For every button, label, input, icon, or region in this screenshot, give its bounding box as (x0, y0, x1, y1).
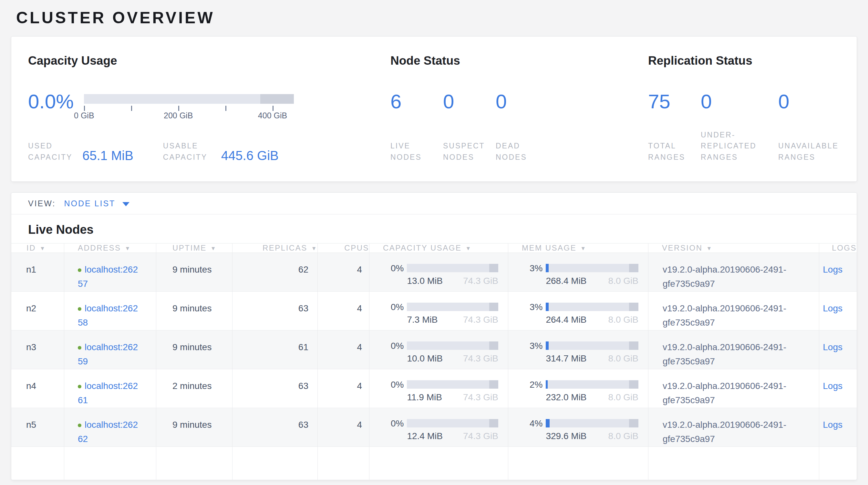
table-row-partial (11, 447, 857, 480)
empty-cell (156, 447, 232, 480)
node-cpus-cell: 4 (317, 292, 369, 330)
memory-total-value: 8.0 GiB (609, 393, 639, 402)
column-header-label: MEM USAGE (522, 244, 577, 253)
column-header-label: LOGS (832, 244, 857, 253)
live-nodes-title: Live Nodes (11, 215, 857, 243)
memory-total-value: 8.0 GiB (609, 431, 639, 441)
node-replicas-cell: 63 (232, 369, 317, 408)
node-table-header: ID▼ADDRESS▼UPTIME▼REPLICAS▼CPUSCAPACITY … (11, 243, 857, 253)
node-cpus-cell: 4 (317, 331, 369, 369)
sort-arrow-icon: ▼ (707, 246, 713, 252)
column-header-address[interactable]: ADDRESS▼ (64, 244, 156, 253)
capacity-total-value: 74.3 GiB (463, 354, 498, 364)
capacity-bar-track (407, 303, 498, 311)
node-replicas-cell: 63 (232, 292, 317, 330)
node-status-section: Node Status 6 LIVE NODES 0 SUSPECT NODES… (391, 54, 648, 163)
used-capacity-label: USED CAPACITY (28, 140, 76, 163)
column-header-label: ID (27, 244, 36, 253)
empty-cell (648, 447, 819, 480)
column-header-label: REPLICAS (262, 244, 307, 253)
view-selector[interactable]: NODE LIST (64, 199, 115, 208)
under-replicated-value: 0 (701, 91, 778, 112)
capacity-usage-cell: 0%10.0 MiB74.3 GiB (369, 331, 508, 369)
memory-total-value: 8.0 GiB (609, 354, 639, 364)
capacity-bar-tail (489, 380, 498, 389)
capacity-total-value: 74.3 GiB (463, 393, 498, 402)
replication-status-title: Replication Status (648, 54, 841, 67)
empty-cell (317, 447, 369, 480)
node-address-link[interactable]: localhost:26261 (78, 381, 138, 405)
node-logs-link[interactable]: Logs (823, 381, 842, 391)
memory-bar-track (546, 264, 639, 272)
node-logs-link[interactable]: Logs (823, 303, 842, 313)
column-header-version[interactable]: VERSION▼ (648, 244, 819, 253)
memory-usage-cell: 3%264.4 MiB8.0 GiB (508, 292, 648, 330)
node-address-cell: localhost:26261 (64, 369, 156, 408)
replication-status-section: Replication Status 75 TOTAL RANGES 0 UND… (648, 54, 841, 163)
memory-total-value: 8.0 GiB (609, 315, 639, 325)
empty-cell (819, 447, 857, 480)
under-replicated-stat: 0 UNDER-REPLICATED RANGES (701, 91, 778, 163)
memory-bar-tail (629, 341, 639, 350)
live-nodes-label: LIVE NODES (391, 140, 429, 163)
axis-label-400: 400 GiB (258, 111, 287, 120)
view-label: VIEW: (28, 199, 56, 208)
node-replicas-cell: 61 (232, 331, 317, 369)
capacity-usage-cell: 0%12.4 MiB74.3 GiB (369, 408, 508, 447)
node-address-link[interactable]: localhost:26257 (78, 264, 138, 289)
memory-used-value: 329.6 MiB (546, 431, 586, 441)
capacity-bar-tail (489, 264, 498, 272)
column-header-replicas[interactable]: REPLICAS▼ (232, 244, 317, 253)
used-capacity-value: 65.1 MiB (82, 149, 133, 162)
capacity-bar-track (407, 380, 498, 389)
capacity-bar-track (84, 94, 294, 104)
memory-percent: 3% (530, 264, 542, 291)
node-id-cell: n4 (11, 369, 64, 408)
node-id-cell: n5 (11, 408, 64, 447)
column-header-label: ADDRESS (78, 244, 121, 253)
total-ranges-stat: 75 TOTAL RANGES (648, 91, 701, 163)
node-logs-link[interactable]: Logs (823, 264, 842, 275)
axis-label-0: 0 GiB (74, 111, 94, 120)
capacity-used-value: 10.0 MiB (407, 354, 443, 364)
unavailable-ranges-stat: 0 UNAVAILABLE RANGES (778, 91, 841, 163)
capacity-axis-ticks (84, 104, 294, 111)
total-ranges-label: TOTAL RANGES (648, 140, 687, 163)
column-header-label: VERSION (662, 244, 703, 253)
axis-label-200: 200 GiB (164, 111, 193, 120)
memory-percent: 2% (530, 380, 542, 408)
node-address-link[interactable]: localhost:26258 (78, 303, 138, 327)
suspect-nodes-label: SUSPECT NODES (443, 140, 488, 163)
view-bar: VIEW: NODE LIST (11, 193, 857, 215)
node-logs-link[interactable]: Logs (823, 342, 842, 352)
usable-capacity-label: USABLE CAPACITY (163, 140, 215, 163)
node-uptime-cell: 9 minutes (156, 408, 232, 447)
empty-cell (232, 447, 317, 480)
node-version-cell: v19.2.0-alpha.20190606-2491-gfe735c9a97 (648, 408, 819, 447)
node-replicas-cell: 63 (232, 408, 317, 447)
node-version-cell: v19.2.0-alpha.20190606-2491-gfe735c9a97 (648, 292, 819, 330)
memory-percent: 4% (530, 419, 542, 447)
column-header-capacity[interactable]: CAPACITY USAGE▼ (369, 244, 508, 253)
node-address-link[interactable]: localhost:26262 (78, 420, 138, 444)
memory-used-value: 264.4 MiB (546, 315, 586, 325)
capacity-percent: 0% (391, 264, 404, 291)
node-version-cell: v19.2.0-alpha.20190606-2491-gfe735c9a97 (648, 331, 819, 369)
capacity-percent: 0.0% (28, 91, 73, 121)
capacity-usage-cell: 0%7.3 MiB74.3 GiB (369, 292, 508, 330)
suspect-nodes-stat: 0 SUSPECT NODES (443, 91, 496, 163)
capacity-bar-tail (260, 94, 294, 104)
column-header-uptime[interactable]: UPTIME▼ (156, 244, 232, 253)
capacity-used-value: 12.4 MiB (407, 431, 443, 441)
chevron-down-icon[interactable] (122, 202, 129, 206)
node-address-link[interactable]: localhost:26259 (78, 342, 138, 366)
capacity-bar-track (407, 341, 498, 350)
node-address-cell: localhost:26259 (64, 331, 156, 369)
table-row: n4localhost:262612 minutes6340%11.9 MiB7… (11, 369, 857, 408)
column-header-cpus: CPUS (317, 244, 369, 253)
memory-used-value: 232.0 MiB (546, 393, 586, 402)
table-row: n3localhost:262599 minutes6140%10.0 MiB7… (11, 330, 857, 369)
node-logs-link[interactable]: Logs (823, 420, 842, 430)
column-header-id[interactable]: ID▼ (11, 244, 64, 253)
column-header-memory[interactable]: MEM USAGE▼ (508, 244, 648, 253)
